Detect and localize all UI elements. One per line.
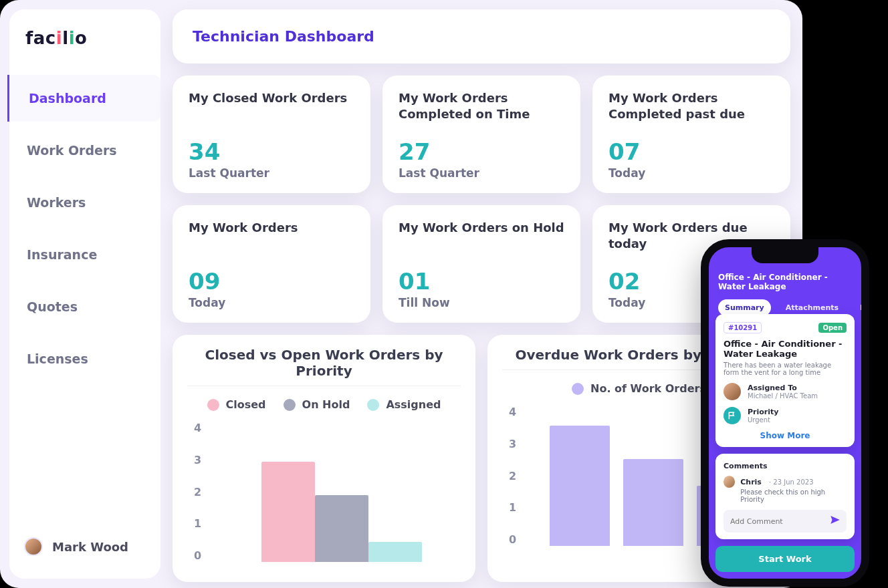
bar <box>368 542 422 562</box>
kv-value: Urgent <box>748 416 778 424</box>
phone-notch-icon <box>752 247 818 263</box>
stats-grid: My Closed Work Orders 34 Last Quarter My… <box>173 76 790 323</box>
y-axis: 4 3 2 1 0 <box>502 406 523 546</box>
comment-item: Chris · 23 Jun 2023 Please check this on… <box>724 474 847 503</box>
sidebar-item-quotes[interactable]: Quotes <box>9 283 160 330</box>
sidebar-item-workers[interactable]: Workers <box>9 179 160 226</box>
comment-author: Chris <box>740 478 762 486</box>
chart-closed-vs-open: Closed vs Open Work Orders by Priority C… <box>173 335 475 582</box>
legend-dot-icon <box>367 399 379 411</box>
legend-label: No. of Work Orders <box>590 382 706 395</box>
sidebar-item-insurance[interactable]: Insurance <box>9 231 160 278</box>
stat-value: 07 <box>608 138 774 165</box>
page-title: Technician Dashboard <box>193 28 770 45</box>
legend-dot-icon <box>572 383 584 395</box>
stat-subtitle: Last Quarter <box>189 166 354 180</box>
y-tick: 3 <box>509 438 516 450</box>
stat-on-hold: My Work Orders on Hold 01 Till Now <box>382 205 580 323</box>
stat-title: My Work Orders on Hold <box>399 220 564 236</box>
legend-on-hold: On Hold <box>284 398 350 411</box>
legend-closed: Closed <box>207 398 266 411</box>
page-title-card: Technician Dashboard <box>173 9 790 63</box>
wo-header-row: #10291 Open <box>724 322 847 333</box>
main-content: Technician Dashboard My Closed Work Orde… <box>173 9 790 579</box>
sidebar-item-work-orders[interactable]: Work Orders <box>9 127 160 174</box>
brand-logo: facilio <box>9 9 160 56</box>
stat-value: 01 <box>399 268 564 295</box>
stat-value: 09 <box>189 268 354 295</box>
legend-label: On Hold <box>302 398 350 411</box>
stat-my-work-orders: My Work Orders 09 Today <box>173 205 370 323</box>
stat-title: My Closed Work Orders <box>189 90 354 106</box>
stat-completed-past-due: My Work Orders Completed past due 07 Tod… <box>592 76 790 193</box>
stat-closed-work-orders: My Closed Work Orders 34 Last Quarter <box>173 76 370 193</box>
mobile-scroll: #10291 Open Office - Air Conditioner - W… <box>715 314 855 572</box>
user-name: Mark Wood <box>52 540 128 554</box>
comments-panel: Comments Chris · 23 Jun 2023 Please chec… <box>715 454 855 539</box>
tab-related[interactable]: Related <box>853 299 869 316</box>
bar <box>550 426 610 546</box>
sidebar-nav: Dashboard Work Orders Workers Insurance … <box>9 75 160 382</box>
y-tick: 0 <box>509 533 516 546</box>
bar <box>623 459 683 546</box>
bars <box>261 422 461 562</box>
y-tick: 2 <box>509 470 516 482</box>
stat-subtitle: Till Now <box>399 296 564 309</box>
stat-subtitle: Last Quarter <box>399 166 564 180</box>
y-tick: 1 <box>509 501 516 514</box>
legend-label: Assigned <box>386 398 441 411</box>
legend-assigned: Assigned <box>367 398 441 411</box>
kv-key: Assigned To <box>748 384 818 392</box>
legend-dot-icon <box>284 399 296 411</box>
stat-title: My Work Orders Completed past due <box>608 90 774 123</box>
comments-title: Comments <box>724 462 847 470</box>
current-user[interactable]: Mark Wood <box>9 524 160 579</box>
workorder-panel: #10291 Open Office - Air Conditioner - W… <box>715 314 855 447</box>
stat-subtitle: Today <box>189 296 354 309</box>
stat-title: My Work Orders <box>189 220 354 236</box>
y-tick: 2 <box>194 486 201 498</box>
avatar-icon <box>24 537 43 556</box>
comment-text: Please check this on high Priority <box>740 488 847 503</box>
stat-title: My Work Orders Completed on Time <box>399 90 564 123</box>
start-work-button[interactable]: Start Work <box>715 546 855 572</box>
priority: Priority Urgent <box>724 407 847 424</box>
stat-value: 34 <box>189 138 354 165</box>
kv-value: Michael / HVAC Team <box>748 392 818 400</box>
comment-date: · 23 Jun 2023 <box>769 478 814 486</box>
stat-value: 27 <box>399 138 564 165</box>
commenter-avatar-icon <box>724 476 735 488</box>
assigned-to: Assigned To Michael / HVAC Team <box>724 383 847 400</box>
mobile-preview: Office - Air Conditioner - Water Leakage… <box>701 239 869 587</box>
app-window: facilio Dashboard Work Orders Workers In… <box>0 0 802 588</box>
legend-label: Closed <box>226 398 266 411</box>
legend-no-of-wo: No. of Work Orders <box>572 382 706 395</box>
chart-legend: Closed On Hold Assigned <box>187 386 461 418</box>
sidebar-item-dashboard[interactable]: Dashboard <box>7 75 160 122</box>
wo-description: There has been a water leakage form the … <box>724 361 847 376</box>
wo-title: Office - Air Conditioner - Water Leakage <box>724 339 847 359</box>
wo-id-chip: #10291 <box>724 322 762 333</box>
show-more-link[interactable]: Show More <box>724 431 847 440</box>
flag-icon <box>724 407 741 424</box>
add-comment[interactable] <box>724 510 847 533</box>
stat-completed-on-time: My Work Orders Completed on Time 27 Last… <box>382 76 580 193</box>
y-tick: 4 <box>509 406 516 418</box>
bar <box>261 462 315 562</box>
send-icon[interactable] <box>829 514 841 529</box>
y-tick: 0 <box>194 549 201 562</box>
y-tick: 3 <box>194 454 201 466</box>
kv-key: Priority <box>748 408 778 416</box>
comment-input[interactable] <box>729 517 829 527</box>
y-tick: 4 <box>194 422 201 434</box>
bar <box>315 495 368 562</box>
bar-plot: 4 3 2 1 0 <box>187 422 461 562</box>
status-badge: Open <box>818 323 847 333</box>
sidebar-item-licenses[interactable]: Licenses <box>9 335 160 382</box>
y-axis: 4 3 2 1 0 <box>187 422 208 562</box>
legend-dot-icon <box>207 399 219 411</box>
chart-title: Closed vs Open Work Orders by Priority <box>187 347 461 379</box>
y-tick: 1 <box>194 517 201 530</box>
stat-subtitle: Today <box>608 166 774 180</box>
charts-row: Closed vs Open Work Orders by Priority C… <box>173 335 790 582</box>
